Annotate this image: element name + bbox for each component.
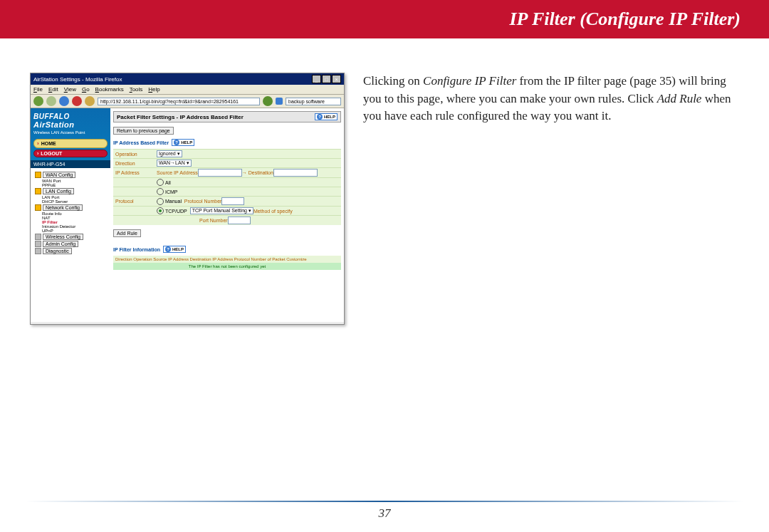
main-title: Packet Filter Settings - IP Address Base… xyxy=(117,114,244,120)
input-port-num[interactable] xyxy=(228,217,251,224)
home-icon[interactable] xyxy=(85,96,95,106)
maximize-icon[interactable]: □ xyxy=(322,75,331,83)
label-src: Source IP Address xyxy=(157,170,198,175)
stop-icon[interactable] xyxy=(72,96,82,106)
chevron-icon xyxy=(35,234,41,240)
label-direction: Direction xyxy=(113,161,157,166)
back-icon[interactable] xyxy=(33,96,43,106)
main-panel: Packet Filter Settings - IP Address Base… xyxy=(110,108,344,322)
home-button[interactable]: ›HOME xyxy=(33,139,108,148)
page-title: IP Filter (Configure IP Filter) xyxy=(509,9,741,30)
nav-pppoe[interactable]: PPPoE xyxy=(42,183,109,187)
window-titlebar: AirStation Settings - Mozilla Firefox _ … xyxy=(31,73,344,85)
menu-edit[interactable]: Edit xyxy=(48,86,58,93)
screenshot: AirStation Settings - Mozilla Firefox _ … xyxy=(30,73,345,325)
input-proto-num[interactable] xyxy=(221,197,244,205)
nav-net[interactable]: Network Config xyxy=(43,204,83,211)
forward-icon[interactable] xyxy=(46,96,56,106)
radio-manual[interactable] xyxy=(157,198,164,205)
search-engine-icon[interactable] xyxy=(276,98,283,105)
chevron-icon xyxy=(35,188,41,194)
select-operation[interactable]: Ignored ▾ xyxy=(157,150,182,157)
label-dst: → Destination xyxy=(242,170,273,175)
section-ip-filter: IP Address Based Filter xyxy=(113,140,169,145)
table-header: Direction Operation Source IP Address De… xyxy=(113,256,341,263)
browser-toolbar: http://192.168.11.1/cgi-bin/cgi?req=frd&… xyxy=(31,95,344,108)
address-bar[interactable]: http://192.168.11.1/cgi-bin/cgi?req=frd&… xyxy=(98,98,260,105)
return-button[interactable]: Return to previous page xyxy=(113,127,174,135)
nav-wireless[interactable]: Wireless Config xyxy=(43,234,83,240)
footer-rule xyxy=(26,501,743,502)
go-icon[interactable] xyxy=(263,96,273,106)
help-button[interactable]: ?HELP xyxy=(163,246,186,253)
chevron-icon xyxy=(35,172,41,178)
brand-sub: Wireless LAN Access Point xyxy=(31,130,110,137)
label-protocol: Protocol xyxy=(113,199,157,204)
radio-icmp[interactable] xyxy=(157,188,164,195)
browser-menubar: File Edit View Go Bookmarks Tools Help xyxy=(31,85,344,95)
header-bar: IP Filter (Configure IP Filter) xyxy=(0,0,769,38)
nav-wan[interactable]: WAN Config xyxy=(43,172,75,178)
nav-admin[interactable]: Admin Config xyxy=(43,241,78,247)
brand-buffalo: BUFFALO xyxy=(33,113,108,120)
nav-diag[interactable]: Diagnostic xyxy=(43,248,72,254)
nav-list: WAN Config WAN Port PPPoE LAN Config LAN… xyxy=(31,168,110,259)
section-ip-info: IP Filter Information xyxy=(113,247,160,252)
brand-airstation: AirStation xyxy=(33,120,108,129)
description-text: Clicking on Configure IP Filter from the… xyxy=(363,73,739,125)
add-rule-button[interactable]: Add Rule xyxy=(113,229,141,237)
model-label: WHR-HP-G54 xyxy=(31,160,110,168)
filter-form: OperationIgnored ▾ DirectionWAN→LAN ▾ IP… xyxy=(113,149,341,225)
search-box[interactable]: backup software xyxy=(286,98,341,105)
input-src-ip[interactable] xyxy=(198,169,242,177)
menu-tools[interactable]: Tools xyxy=(130,86,143,93)
label-operation: Operation xyxy=(113,152,157,157)
nav-upnp[interactable]: UPnP xyxy=(42,229,109,233)
reload-icon[interactable] xyxy=(59,96,69,106)
chevron-icon xyxy=(35,248,41,254)
help-button[interactable]: ?HELP xyxy=(172,139,194,146)
window-title: AirStation Settings - Mozilla Firefox xyxy=(33,76,122,83)
chevron-icon xyxy=(35,241,41,247)
menu-view[interactable]: View xyxy=(64,86,76,93)
table-empty-msg: The IP Filter has not been configured ye… xyxy=(113,263,341,270)
select-tcpport[interactable]: TCP Port Manual Setting ▾ xyxy=(190,207,253,214)
nav-dhcp[interactable]: DHCP Server xyxy=(42,199,109,204)
label-ipaddress: IP Address xyxy=(113,170,157,175)
radio-tcpudp[interactable] xyxy=(157,207,164,214)
logout-button[interactable]: ›LOGOUT xyxy=(33,150,108,157)
page-number: 37 xyxy=(0,506,769,521)
menu-bookmarks[interactable]: Bookmarks xyxy=(95,86,124,93)
radio-all[interactable] xyxy=(157,179,164,186)
select-direction[interactable]: WAN→LAN ▾ xyxy=(157,160,192,167)
help-button[interactable]: ?HELP xyxy=(315,113,338,120)
minimize-icon[interactable]: _ xyxy=(312,75,321,83)
menu-help[interactable]: Help xyxy=(148,86,159,93)
menu-file[interactable]: File xyxy=(33,86,43,93)
nav-lan[interactable]: LAN Config xyxy=(43,188,74,194)
input-dst-ip[interactable] xyxy=(273,169,318,177)
chevron-icon xyxy=(35,204,41,211)
sidebar: BUFFALO AirStation Wireless LAN Access P… xyxy=(31,108,110,322)
close-icon[interactable]: × xyxy=(332,75,341,83)
menu-go[interactable]: Go xyxy=(82,86,90,93)
